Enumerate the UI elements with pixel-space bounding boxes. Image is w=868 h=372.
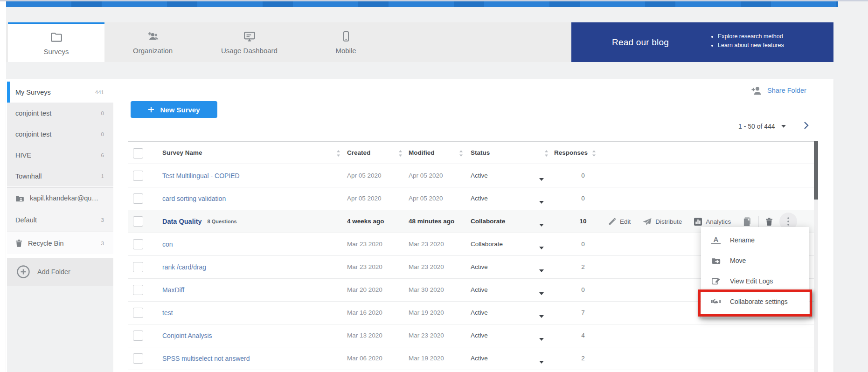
- status-cell: Collaborate: [471, 210, 505, 233]
- trash-icon: [15, 239, 22, 247]
- survey-name-link[interactable]: con: [162, 241, 173, 248]
- status-dropdown-caret[interactable]: [539, 197, 544, 206]
- status-dropdown-caret[interactable]: [539, 174, 544, 183]
- sidebar-item-shared-account-folder[interactable]: kapil.khandekar@que…: [7, 187, 113, 208]
- table-row: Conjoint Analysis Mar 13 2020 Mar 23 202…: [128, 324, 814, 347]
- status-cell: Active: [471, 302, 488, 324]
- status-dropdown-caret[interactable]: [539, 243, 544, 251]
- status-dropdown-caret[interactable]: [539, 289, 544, 297]
- row-checkbox[interactable]: [133, 239, 143, 249]
- add-folder-button[interactable]: Add Folder: [7, 258, 113, 286]
- menu-item-rename[interactable]: A Rename: [701, 230, 809, 250]
- survey-name-link[interactable]: MaxDiff: [162, 286, 184, 294]
- analytics-label: Analytics: [706, 218, 731, 225]
- row-checkbox[interactable]: [133, 216, 143, 227]
- dashboard-screen-icon: [243, 30, 256, 42]
- table-scrollbar-track[interactable]: [814, 141, 818, 372]
- next-page-button[interactable]: [799, 118, 813, 132]
- tab-organization[interactable]: Organization: [104, 22, 201, 62]
- row-checkbox[interactable]: [133, 331, 143, 341]
- sidebar-item-hive[interactable]: HIVE 6: [7, 145, 113, 165]
- survey-name-link[interactable]: test: [162, 309, 173, 317]
- add-folder-label: Add Folder: [37, 268, 70, 276]
- tab-surveys[interactable]: Surveys: [8, 22, 104, 62]
- status-cell: Active: [471, 165, 488, 187]
- survey-name-link[interactable]: card sorting validation: [162, 195, 226, 202]
- analytics-button[interactable]: Analytics: [694, 218, 731, 226]
- sort-icon[interactable]: [592, 150, 596, 158]
- distribute-button[interactable]: Distribute: [643, 218, 682, 226]
- sidebar-item-my-surveys[interactable]: My Surveys 441: [7, 82, 113, 103]
- row-checkbox[interactable]: [133, 308, 143, 318]
- column-header-modified[interactable]: Modified: [409, 142, 435, 164]
- menu-item-view-edit-logs[interactable]: View Edit Logs: [701, 271, 809, 291]
- sidebar-item-conjoint-test-1[interactable]: conjoint test 0: [7, 103, 113, 124]
- pagination-range: 1 - 50 of 444: [738, 123, 775, 130]
- table-scrollbar-thumb[interactable]: [814, 141, 818, 200]
- status-dropdown-caret[interactable]: [539, 220, 544, 228]
- select-all-checkbox[interactable]: [133, 148, 143, 158]
- column-header-responses[interactable]: Responses: [554, 142, 588, 164]
- sidebar-item-count: 441: [95, 90, 104, 95]
- survey-name-link[interactable]: rank /card/drag: [162, 263, 206, 271]
- circle-plus-icon: [16, 265, 30, 279]
- table-row: Test Multilingual - COPIED Apr 05 2020 A…: [128, 165, 814, 187]
- survey-name-link[interactable]: SPSS multiselect not answerd: [162, 355, 250, 362]
- sidebar-item-default[interactable]: Default 3: [7, 208, 113, 232]
- survey-name-link[interactable]: Test Multilingual - COPIED: [162, 172, 240, 179]
- sidebar-item-conjoint-test-2[interactable]: conjoint test 0: [7, 124, 113, 145]
- paper-plane-icon: [643, 218, 652, 226]
- tab-mobile[interactable]: Mobile: [298, 22, 394, 62]
- row-checkbox[interactable]: [133, 353, 143, 364]
- delete-button[interactable]: [765, 217, 773, 226]
- main-panel: My Surveys 441 conjoint test 0 conjoint …: [6, 79, 833, 372]
- copy-button[interactable]: [743, 217, 752, 226]
- sidebar-item-townhall[interactable]: Townhall 1: [7, 165, 113, 186]
- handshake-icon: [711, 298, 721, 305]
- column-header-status[interactable]: Status: [471, 142, 490, 164]
- row-checkbox[interactable]: [133, 171, 143, 181]
- tab-usage-dashboard[interactable]: Usage Dashboard: [201, 22, 298, 62]
- sort-icon[interactable]: [398, 150, 403, 158]
- banner-bullet: Learn about new features: [718, 42, 784, 48]
- share-folder-button[interactable]: Share Folder: [751, 86, 806, 95]
- column-header-survey-name[interactable]: Survey Name: [162, 142, 202, 164]
- actions-divider: [758, 216, 759, 227]
- created-cell: Mar 20 2020: [347, 279, 382, 301]
- sort-icon[interactable]: [336, 150, 340, 158]
- responses-cell: 0: [560, 233, 606, 255]
- status-dropdown-caret[interactable]: [539, 266, 544, 274]
- pagination-control[interactable]: 1 - 50 of 444: [738, 120, 786, 132]
- shared-folder-icon: [15, 195, 24, 202]
- status-cell: Collaborate: [471, 233, 503, 255]
- sidebar-item-label: HIVE: [15, 152, 96, 159]
- created-cell: Mar 23 2020: [347, 233, 382, 255]
- survey-name-link[interactable]: Data Quality: [162, 218, 202, 225]
- plus-icon: [148, 106, 154, 113]
- row-checkbox[interactable]: [133, 285, 143, 295]
- status-dropdown-caret[interactable]: [539, 334, 544, 343]
- sidebar-item-recycle-bin[interactable]: Recycle Bin 3: [7, 232, 113, 254]
- column-header-created[interactable]: Created: [347, 142, 370, 164]
- modified-cell: 48 minutes ago: [409, 210, 454, 233]
- edit-button[interactable]: Edit: [608, 218, 631, 226]
- sort-icon[interactable]: [459, 150, 463, 158]
- survey-name-link[interactable]: Conjoint Analysis: [162, 332, 212, 339]
- banner-bullet: Explore research method: [718, 33, 784, 40]
- sidebar-item-label: kapil.khandekar@que…: [30, 194, 98, 202]
- menu-item-move[interactable]: Move: [701, 250, 809, 271]
- sort-icon[interactable]: [544, 150, 549, 158]
- folders-sidebar: My Surveys 441 conjoint test 0 conjoint …: [7, 82, 113, 372]
- status-dropdown-caret[interactable]: [539, 311, 544, 320]
- created-cell: 4 weeks ago: [347, 210, 384, 233]
- menu-item-collaborate-settings[interactable]: Collaborate settings: [701, 291, 809, 312]
- chevron-right-icon: [804, 121, 809, 130]
- sidebar-item-label: conjoint test: [15, 131, 96, 138]
- row-checkbox[interactable]: [133, 193, 143, 204]
- table-row: SPSS multiselect not answerd Mar 06 2020…: [128, 347, 814, 370]
- tab-label: Mobile: [335, 47, 356, 55]
- status-dropdown-caret[interactable]: [539, 357, 544, 365]
- new-survey-button[interactable]: New Survey: [131, 101, 217, 118]
- row-checkbox[interactable]: [133, 262, 143, 272]
- blog-banner-title[interactable]: Read our blog: [612, 22, 669, 62]
